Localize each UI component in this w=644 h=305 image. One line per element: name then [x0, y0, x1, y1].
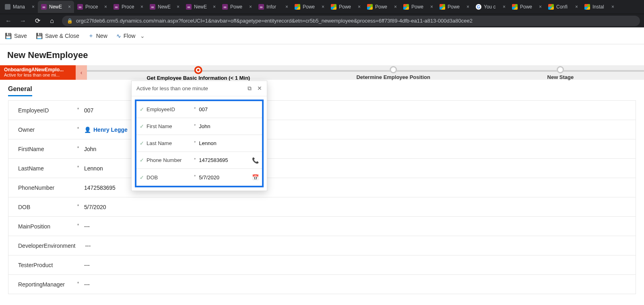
form-row: MainPosition*---	[8, 216, 636, 236]
field-label: TesterProduct	[18, 262, 74, 268]
tab-close-icon[interactable]: ×	[611, 4, 614, 10]
lock-icon: 🔒	[67, 18, 73, 24]
favicon-icon: ∞	[186, 4, 192, 10]
tab-close-icon[interactable]: ×	[177, 4, 180, 10]
tab-close-icon[interactable]: ×	[285, 4, 288, 10]
flow-button[interactable]: ∿ Flow ⌄	[116, 33, 145, 39]
field-value[interactable]: ---	[82, 262, 626, 268]
tab-label: Proce	[122, 4, 138, 10]
favicon-icon: ∞	[258, 4, 264, 10]
url-box[interactable]: 🔒 orgc27fdeb6.crm5.dynamics.com/main.asp…	[62, 16, 640, 26]
nav-home-icon[interactable]: ⌂	[47, 17, 56, 25]
browser-tab[interactable]: ∞NewE×	[183, 1, 219, 13]
tab-close-icon[interactable]: ×	[104, 4, 107, 10]
browser-tab[interactable]: Powe×	[328, 1, 364, 13]
save-button[interactable]: 💾 Save	[5, 33, 27, 39]
tab-label: Confi	[556, 4, 573, 10]
tab-close-icon[interactable]: ×	[430, 4, 433, 10]
tab-close-icon[interactable]: ×	[140, 4, 143, 10]
close-icon[interactable]: ✕	[257, 85, 262, 91]
nav-reload-icon[interactable]: ⟳	[33, 17, 42, 25]
bpf-stage[interactable]: New Stage	[547, 66, 574, 80]
phone-icon[interactable]: 📞	[252, 157, 259, 164]
flyout-field-label: Phone Number	[147, 157, 194, 163]
browser-tab[interactable]: Instal×	[581, 1, 617, 13]
tab-close-icon[interactable]: ×	[249, 4, 252, 10]
check-icon: ✓	[140, 106, 144, 112]
favicon-icon	[331, 4, 336, 10]
favicon-icon	[512, 4, 518, 10]
browser-tab[interactable]: Powe×	[436, 1, 473, 13]
flyout-field-value[interactable]: John	[198, 123, 259, 129]
tab-label: Powe	[303, 4, 319, 10]
favicon-icon	[440, 4, 445, 10]
tab-close-icon[interactable]: ×	[503, 4, 506, 10]
browser-tab[interactable]: ∞NewE×	[38, 1, 74, 13]
tab-general[interactable]: General	[8, 85, 32, 96]
check-icon: ✓	[140, 157, 144, 163]
form-row: LastName*Lennon	[8, 158, 636, 178]
tab-close-icon[interactable]: ×	[68, 4, 71, 10]
tab-close-icon[interactable]: ×	[322, 4, 324, 10]
flyout-field-value[interactable]: 5/7/2020	[198, 174, 252, 181]
bpf-stage[interactable]: Determine Employee Position	[356, 66, 430, 80]
browser-tab[interactable]: Powe×	[364, 1, 400, 13]
field-value[interactable]: ---	[82, 281, 626, 288]
field-value[interactable]: ---	[82, 223, 626, 230]
owner-name: Henry Legge	[93, 127, 128, 133]
tab-close-icon[interactable]: ×	[213, 4, 216, 10]
flyout-field-value[interactable]: Lennon	[198, 140, 259, 146]
plus-icon: ＋	[88, 32, 94, 39]
stage-dot-icon	[194, 66, 202, 74]
popout-icon[interactable]: ⧉	[248, 85, 252, 91]
field-value[interactable]: ---	[83, 243, 626, 249]
flyout-field-value[interactable]: 007	[198, 106, 259, 112]
favicon-icon: ∞	[150, 4, 155, 10]
bpf-process-name[interactable]: OnboardingANewEmplo... Active for less t…	[0, 65, 76, 80]
field-label: PhoneNumber	[18, 185, 74, 191]
required-indicator: *	[194, 123, 196, 128]
browser-tab[interactable]: ∞Powe×	[219, 1, 255, 13]
tab-close-icon[interactable]: ×	[539, 4, 542, 10]
url-text: orgc27fdeb6.crm5.dynamics.com/main.aspx?…	[76, 18, 473, 24]
bpf-collapse-button[interactable]: ‹	[76, 65, 87, 80]
tab-close-icon[interactable]: ×	[466, 4, 469, 10]
tab-close-icon[interactable]: ×	[358, 4, 361, 10]
browser-tab[interactable]: GYou c×	[473, 1, 509, 13]
required-indicator: *	[194, 106, 196, 111]
flyout-row: ✓First Name*John	[136, 118, 262, 135]
browser-tab[interactable]: Powe×	[509, 1, 545, 13]
nav-back-icon[interactable]: ←	[4, 17, 13, 25]
field-label: LastName	[18, 165, 74, 172]
calendar-icon[interactable]: 📅	[252, 174, 259, 181]
flyout-field-value[interactable]: 1472583695	[198, 157, 252, 163]
check-icon: ✓	[140, 174, 144, 181]
flyout-row: ✓EmployeeID*007	[136, 101, 262, 118]
field-value[interactable]: 5/7/2020	[82, 204, 626, 210]
browser-tab[interactable]: ∞Proce×	[74, 1, 110, 13]
new-button[interactable]: ＋ New	[88, 32, 107, 39]
tab-close-icon[interactable]: ×	[575, 4, 578, 10]
save-close-button[interactable]: 💾 Save & Close	[36, 33, 79, 39]
tab-close-icon[interactable]: ×	[32, 4, 35, 10]
flyout-row: ✓DOB*5/7/2020📅	[136, 169, 262, 186]
flow-icon: ∿	[116, 33, 121, 39]
browser-tab[interactable]: Powe×	[291, 1, 328, 13]
browser-tab[interactable]: Confi×	[545, 1, 581, 13]
nav-forward-icon[interactable]: →	[19, 17, 27, 25]
tab-label: Powe	[411, 4, 428, 10]
stage-label: Determine Employee Position	[356, 74, 430, 80]
tab-label: Infor	[266, 4, 283, 10]
browser-tab[interactable]: ∞NewE×	[147, 1, 183, 13]
browser-chrome: Mana×∞NewE×∞Proce×∞Proce×∞NewE×∞NewE×∞Po…	[0, 0, 644, 27]
bpf-stage[interactable]: Get Employee Basic Information (< 1 Min)	[147, 66, 250, 81]
browser-tab[interactable]: Powe×	[400, 1, 436, 13]
browser-tab[interactable]: ∞Infor×	[255, 1, 291, 13]
browser-tab[interactable]: ∞Proce×	[110, 1, 147, 13]
form-row: DOB*5/7/2020	[8, 197, 636, 216]
form-row: DeveloperEnvironment---	[8, 236, 636, 255]
browser-tab[interactable]: Mana×	[2, 1, 38, 13]
tab-strip: Mana×∞NewE×∞Proce×∞Proce×∞NewE×∞NewE×∞Po…	[0, 0, 644, 14]
tab-close-icon[interactable]: ×	[394, 4, 397, 10]
save-label: Save	[14, 33, 27, 39]
